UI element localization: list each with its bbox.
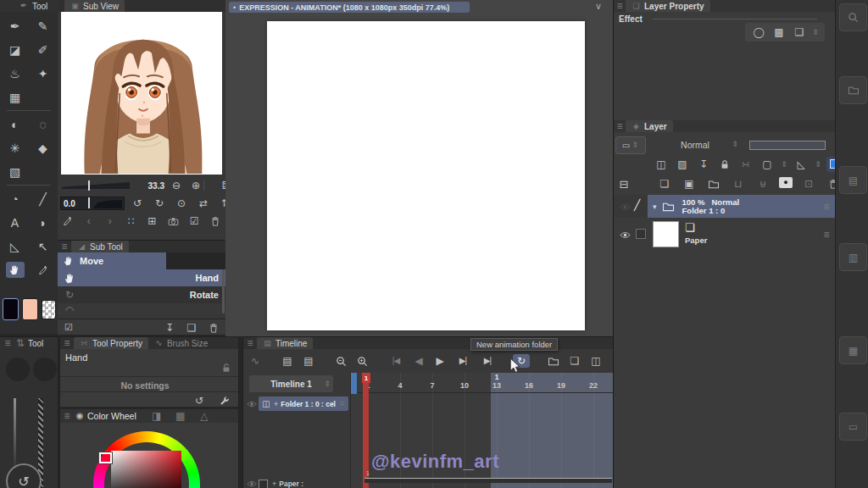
canvas-tab-chevron-icon[interactable]: ∨	[595, 1, 602, 12]
paper-track-row[interactable]: + Paper :	[243, 479, 351, 488]
timeline-stepper-icon[interactable]: ⇕	[323, 377, 331, 391]
layer-row-paper[interactable]: ❏ Paper ≡	[614, 218, 835, 249]
canvas-page[interactable]	[267, 21, 585, 330]
delete-layer-icon[interactable]	[825, 177, 835, 191]
camera-icon[interactable]	[164, 214, 181, 228]
dock-button-story[interactable]: ▭	[839, 413, 867, 441]
subview-dice-icon[interactable]: ⚄	[218, 179, 225, 192]
flip-horizontal-icon[interactable]: ⇄	[195, 197, 212, 210]
paper-layer-thumbnail[interactable]	[653, 221, 679, 247]
go-to-end-icon[interactable]: ▶|	[477, 354, 498, 368]
text-tool-icon[interactable]: A	[6, 214, 25, 230]
folder-track-row[interactable]: ◫ + Folder 1 : 0 : cel ≡	[243, 396, 351, 412]
unlock-icon[interactable]	[218, 361, 235, 374]
clip-at-layer-icon[interactable]: ◫	[653, 158, 670, 171]
ruler-stepper-icon[interactable]: ⇕	[814, 158, 822, 171]
subview-zoom-out-icon[interactable]: ⊖	[168, 179, 185, 192]
layer-palette-icon[interactable]: ▥	[845, 251, 862, 264]
layer-opacity-slider[interactable]	[749, 141, 826, 150]
subview-zoom-handle[interactable]	[88, 180, 90, 191]
timeline-selector[interactable]: Timeline 1 ⇕	[249, 375, 333, 392]
subview-eyedropper-icon[interactable]	[59, 214, 76, 228]
tool-property-tab[interactable]: ∺ Tool Property	[74, 337, 148, 349]
onion-skin-icon[interactable]: ◫	[587, 354, 604, 368]
timeline-graph-icon[interactable]: ∿	[247, 354, 264, 368]
pen-tool-icon[interactable]: ✒	[6, 18, 25, 34]
trash-icon[interactable]	[207, 214, 224, 228]
sv-square[interactable]	[111, 451, 181, 488]
track-menu-icon[interactable]: ≡	[338, 397, 346, 411]
blend-tool-icon[interactable]: ◐	[6, 116, 25, 132]
layer-color-icon[interactable]	[826, 157, 835, 172]
eyedropper-tool-icon[interactable]	[34, 262, 53, 278]
go-to-start-icon[interactable]: |◀	[386, 354, 406, 368]
prev-image-icon[interactable]: ‹	[81, 214, 97, 228]
new-vector-layer-icon[interactable]: ▣	[681, 177, 698, 191]
folder-track-chip[interactable]: ◫ + Folder 1 : 0 : cel ≡	[259, 396, 348, 411]
menu-icon[interactable]: ≡	[58, 240, 71, 253]
border-effect-icon[interactable]: ◯	[750, 25, 767, 39]
sub-tool-item-rotate[interactable]: ↻ Rotate	[58, 286, 225, 303]
hue-handle[interactable]	[99, 452, 112, 463]
main-color-swatch[interactable]	[3, 298, 19, 320]
figure-tool-icon[interactable]: ╱	[34, 191, 53, 207]
paper-cel-bar[interactable]	[364, 478, 612, 483]
reset-settings-icon[interactable]: ↺	[191, 394, 208, 408]
timeline-settings-icon[interactable]: ▤	[279, 354, 296, 368]
grid-icon[interactable]: ∷	[123, 214, 140, 228]
sub-tool-scrollbar[interactable]	[222, 269, 225, 313]
menu-icon[interactable]: ≡	[60, 336, 74, 350]
layer-property-palette-icon[interactable]: ▤	[845, 174, 862, 187]
menu-icon[interactable]: ≡	[614, 0, 626, 13]
sub-view-tab[interactable]: ▣ Sub View	[64, 0, 125, 12]
color-circle-main[interactable]	[6, 358, 30, 381]
rotate-ccw-icon[interactable]: ↺	[129, 197, 146, 210]
new-timeline-icon[interactable]: ▤	[300, 354, 317, 368]
sub-tool-tab[interactable]: ◢ Sub Tool	[71, 241, 129, 252]
selection-source-icon[interactable]: ▢	[759, 158, 776, 171]
subview-angle-input[interactable]: 0.0	[60, 197, 125, 210]
edit-subview-icon[interactable]: ☑	[186, 214, 203, 228]
palette-divider-icon[interactable]: ⊟	[615, 177, 632, 191]
subview-zoom-in-icon[interactable]: ⊕	[187, 179, 204, 192]
timeline-zoom-out-icon[interactable]	[332, 354, 349, 368]
folder-collapse-icon[interactable]: ▾	[653, 202, 657, 211]
merge-down-icon[interactable]: ⊎	[754, 177, 771, 191]
subview-angle-handle[interactable]	[88, 197, 90, 208]
ruler-range-icon[interactable]: ◺	[793, 158, 810, 171]
dock-button-layer[interactable]: ▥	[839, 243, 867, 271]
new-layer-folder-icon[interactable]	[705, 177, 722, 191]
new-animation-folder-icon[interactable]	[545, 354, 562, 368]
tone-effect-icon[interactable]: ▩	[771, 25, 787, 39]
animation-palette-icon[interactable]: ▦	[845, 344, 862, 358]
paper-track-checkbox[interactable]	[259, 480, 268, 488]
sub-view-image[interactable]	[61, 12, 222, 175]
next-frame-icon[interactable]: ▶|	[453, 354, 473, 368]
flip-vertical-icon[interactable]: ⇅	[217, 197, 225, 210]
blend-mode-dropdown[interactable]: Normal ⇕	[651, 136, 739, 152]
auto-select-tool-icon[interactable]: ✳	[6, 140, 25, 156]
lock-layer-icon[interactable]	[716, 158, 733, 171]
play-icon[interactable]: ▶	[431, 354, 448, 368]
layer-display-button[interactable]: ▭ ⇕	[615, 136, 646, 154]
dock-button-quick-access[interactable]	[839, 3, 867, 31]
prev-frame-icon[interactable]: ◀	[410, 354, 427, 368]
airbrush-tool-icon[interactable]: ♨	[6, 65, 25, 81]
color-circle-sub[interactable]	[33, 358, 57, 381]
selection-tool-icon[interactable]: ◌	[34, 116, 53, 132]
brush-size-tab[interactable]: ∿ Brush Size	[148, 337, 214, 349]
layer-row-folder[interactable]: ╱ ▾ 100 % Normal Folder 1 : 0 ≡	[614, 195, 835, 218]
transparent-color-swatch[interactable]	[42, 300, 56, 319]
menu-icon[interactable]: ≡	[3, 336, 13, 350]
fill-tool-icon[interactable]: ◆	[34, 140, 53, 156]
track-eye-icon[interactable]	[245, 477, 259, 488]
wrench-icon[interactable]	[216, 394, 233, 408]
intermediate-color-tab-icon[interactable]: △	[196, 409, 213, 423]
layer-tab[interactable]: ◈ Layer	[626, 120, 673, 132]
delete-subtool-icon[interactable]	[205, 321, 222, 335]
frame-border-tool-icon[interactable]: ▦	[6, 89, 25, 105]
canvas-document-tab[interactable]: • EXPRESSION - ANIMATION* (1080 x 1080px…	[229, 2, 470, 13]
ruler-tool-icon[interactable]: ◺	[6, 238, 25, 254]
color-set-tab-icon[interactable]: ▦	[172, 409, 189, 423]
new-raster-layer-icon[interactable]: ❏	[656, 177, 673, 191]
